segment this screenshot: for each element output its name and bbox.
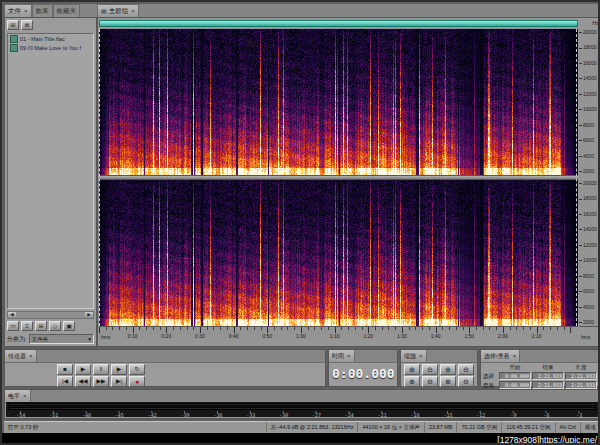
tab-favorites[interactable]: 收藏夹: [53, 4, 81, 17]
fast-forward-button[interactable]: ▶▶: [93, 376, 109, 387]
time-tick-label: 1:30: [397, 333, 407, 339]
freq-tick-label: 6000: [579, 138, 599, 143]
time-tick-label: 1:20: [363, 333, 373, 339]
main-group-panel: Hz 2000018000160001400012000100008000600…: [97, 17, 600, 347]
file-list-hscrollbar[interactable]: ◀ ▶: [7, 311, 94, 319]
tab-zoom[interactable]: 缩放 ×: [401, 350, 427, 362]
view-end-field[interactable]: 2:21.933: [532, 381, 564, 389]
files-toolbar: ⊞⊠: [7, 20, 33, 31]
meter-scale-number: -21: [378, 412, 387, 417]
loop-play-button[interactable]: ↻: [129, 364, 145, 375]
rewind-button[interactable]: ◀◀: [75, 376, 91, 387]
close-icon[interactable]: ×: [23, 5, 28, 17]
close-icon[interactable]: ×: [418, 353, 423, 359]
meter-scale-number: -15: [443, 412, 452, 417]
selection-end-edge[interactable]: [576, 29, 577, 326]
meter-scale-number: -54: [16, 412, 25, 417]
time-tick-label: 1:50: [464, 333, 474, 339]
frequency-ruler-left-channel[interactable]: 2000018000160001400012000100008000600040…: [579, 29, 600, 175]
tab-files-label: 文件: [8, 5, 21, 17]
record-button[interactable]: ●: [129, 376, 145, 387]
insert-to-multitrack-button[interactable]: ≡: [21, 321, 33, 331]
time-panel: 时间 × 0:00.000: [328, 349, 398, 387]
zoom-full-button[interactable]: ⊖: [458, 376, 474, 387]
panel-menu-icon[interactable]: ▤: [101, 5, 107, 17]
spectral-display[interactable]: [99, 29, 578, 326]
close-icon[interactable]: ×: [346, 353, 351, 359]
selection-start-field[interactable]: 0:00.000: [499, 372, 531, 380]
tab-selection-view[interactable]: 选择/查看 ×: [481, 350, 520, 362]
tab-levels[interactable]: 电平 ×: [5, 390, 31, 402]
play-button[interactable]: ▶: [75, 364, 91, 375]
selection-length-field[interactable]: 2:21.933: [565, 372, 597, 380]
freq-tick-label: 16000: [579, 212, 599, 217]
timeline-ruler[interactable]: hms 0:100:200:300:400:501:001:101:201:30…: [99, 326, 578, 339]
file-list-item[interactable]: 09 I'll Make Love to You f: [8, 43, 93, 52]
pause-button[interactable]: ‖: [93, 364, 109, 375]
file-properties-button[interactable]: ◇: [49, 321, 61, 331]
insert-to-cd-button[interactable]: ⊞: [35, 321, 47, 331]
selection-table: 开始 结束 长度 选择 0:00.000 2:21.933 2:21.933 查…: [481, 362, 599, 389]
spectrogram-right-channel[interactable]: [99, 180, 577, 326]
levels-panel: 电平 × -54-51-48-45-42-39-36-33-30-27-24-2…: [4, 389, 600, 419]
close-icon[interactable]: ×: [130, 5, 135, 17]
chevron-down-icon: ▾: [88, 335, 91, 343]
tab-files[interactable]: 文件 ×: [4, 4, 32, 17]
zoom-out-horizontal-button[interactable]: ⊖: [458, 364, 474, 375]
level-meter[interactable]: -54-51-48-45-42-39-36-33-30-27-24-21-18-…: [6, 402, 598, 417]
time-display: 0:00.000: [329, 362, 397, 381]
selection-col-spacer: [483, 363, 498, 371]
zoom-row-1: ⊕⊖⊕⊖: [404, 364, 477, 375]
import-file-button[interactable]: ⊞: [7, 20, 19, 30]
meter-scale-number: -36: [213, 412, 222, 417]
edit-file-button[interactable]: ▭: [7, 321, 19, 331]
scroll-right-icon[interactable]: ▶: [85, 312, 93, 318]
close-file-button[interactable]: ⊠: [21, 20, 33, 30]
meter-scale-number: -30: [279, 412, 288, 417]
sort-row: 分类为: 文件夹 ▾: [7, 333, 94, 345]
sort-label: 分类为:: [7, 335, 27, 344]
close-icon[interactable]: ×: [28, 353, 33, 359]
tab-transport[interactable]: 传送器 ×: [5, 350, 37, 362]
file-list[interactable]: 01 - Main Title.flac 09 I'll Make Love t…: [7, 33, 94, 309]
file-list-item[interactable]: 01 - Main Title.flac: [8, 34, 93, 43]
playhead-cursor[interactable]: [99, 29, 100, 326]
meter-scale-number: -12: [476, 412, 485, 417]
go-to-start-button[interactable]: |◀: [57, 376, 73, 387]
time-unit-label-right: hms: [579, 326, 600, 339]
horizontal-scroll-navbar[interactable]: [99, 20, 578, 27]
close-icon[interactable]: ×: [512, 353, 517, 359]
view-start-field[interactable]: 0:00.000: [499, 381, 531, 389]
options-button[interactable]: ▣: [63, 321, 75, 331]
tab-time[interactable]: 时间 ×: [329, 350, 355, 362]
spectrogram-left-channel[interactable]: [99, 29, 577, 175]
time-body: 0:00.000: [329, 362, 397, 386]
meter-scale-number: -24: [345, 412, 354, 417]
files-panel: ⊞⊠ 01 - Main Title.flac 09 I'll Make Lov…: [4, 17, 97, 347]
stop-button[interactable]: ■: [57, 364, 73, 375]
zoom-in-vertical-button[interactable]: ⊕: [404, 376, 420, 387]
zoom-out-button[interactable]: ⊖: [422, 364, 438, 375]
status-cursor-info: 左:-44.9 dB @ 2:21.863, 13216Hz: [266, 422, 358, 433]
tab-effects-label: 效果: [36, 5, 49, 17]
play-to-end-button[interactable]: ▶: [111, 364, 127, 375]
level-meter-bar-left: [8, 403, 596, 406]
zoom-to-selection-button[interactable]: ⊕: [440, 376, 456, 387]
sort-dropdown[interactable]: 文件夹 ▾: [29, 334, 94, 344]
meter-scale-number: -42: [148, 412, 157, 417]
scroll-left-icon[interactable]: ◀: [8, 312, 16, 318]
zoom-in-button[interactable]: ⊕: [404, 364, 420, 375]
selection-end-field[interactable]: 2:21.933: [532, 372, 564, 380]
zoom-in-horizontal-button[interactable]: ⊕: [440, 364, 456, 375]
freq-tick-label: 14000: [579, 76, 599, 81]
meter-scale-number: -3: [576, 412, 582, 417]
tab-main-group[interactable]: ▤ 主群组 ×: [97, 4, 139, 17]
view-length-field[interactable]: 2:21.933: [565, 381, 597, 389]
zoom-out-vertical-button[interactable]: ⊖: [422, 376, 438, 387]
meter-scale-number: -9: [511, 412, 517, 417]
frequency-unit-label: Hz: [579, 20, 599, 26]
frequency-ruler-right-channel[interactable]: 2000018000160001400012000100008000600040…: [579, 180, 600, 326]
go-to-end-button[interactable]: ▶|: [111, 376, 127, 387]
close-icon[interactable]: ×: [22, 393, 27, 399]
tab-effects[interactable]: 效果: [32, 4, 53, 17]
